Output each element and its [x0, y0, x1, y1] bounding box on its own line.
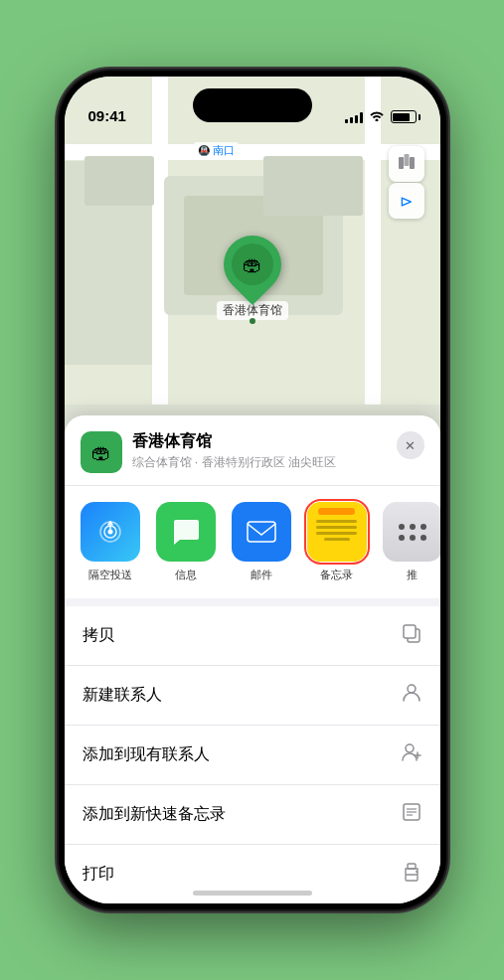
dot [420, 535, 426, 541]
svg-point-22 [416, 871, 418, 873]
mail-icon [232, 502, 291, 562]
print-label: 打印 [83, 864, 114, 885]
action-new-contact[interactable]: 新建联系人 [65, 666, 440, 726]
more-icon [383, 502, 440, 562]
action-add-contact[interactable]: 添加到现有联系人 [65, 726, 440, 785]
message-icon [156, 502, 216, 562]
metro-icon: 🚇 [198, 145, 210, 156]
person-icon [401, 682, 422, 709]
airdrop-icon [81, 502, 140, 562]
svg-rect-0 [399, 157, 404, 169]
phone-screen: 09:41 [65, 77, 440, 903]
svg-rect-9 [248, 522, 275, 542]
svg-point-13 [406, 744, 414, 752]
home-indicator [193, 891, 312, 896]
wifi-icon [369, 109, 385, 124]
svg-point-12 [408, 685, 416, 693]
more-dots-row-2 [399, 535, 426, 541]
share-item-notes[interactable]: 备忘录 [303, 502, 371, 582]
svg-rect-11 [404, 625, 416, 638]
svg-rect-21 [408, 864, 416, 869]
bottom-sheet: 🏟 香港体育馆 综合体育馆 · 香港特别行政区 油尖旺区 ✕ [65, 415, 440, 903]
venue-header: 🏟 香港体育馆 综合体育馆 · 香港特别行政区 油尖旺区 ✕ [65, 415, 440, 486]
map-type-button[interactable] [389, 146, 424, 182]
dot [410, 524, 416, 530]
notes-line-1 [316, 520, 358, 523]
notes-icon [307, 502, 367, 562]
venue-name: 香港体育馆 [132, 431, 387, 452]
svg-rect-20 [406, 875, 418, 881]
dynamic-island [193, 88, 312, 122]
copy-icon [401, 622, 422, 649]
venue-subtitle: 综合体育馆 · 香港特别行政区 油尖旺区 [132, 454, 387, 471]
new-contact-label: 新建联系人 [83, 685, 162, 706]
phone-frame: 09:41 [59, 71, 446, 909]
notes-line-3 [316, 532, 358, 535]
action-quick-note[interactable]: 添加到新快速备忘录 [65, 785, 440, 845]
dot [399, 524, 405, 530]
location-pin: 🏟 香港体育馆 [217, 236, 288, 320]
map-controls: ⊳ [389, 146, 424, 219]
share-item-airdrop[interactable]: 隔空投送 [77, 502, 144, 582]
dot [420, 524, 426, 530]
message-label: 信息 [175, 568, 197, 582]
notes-inner [307, 502, 367, 562]
share-row: 隔空投送 信息 [65, 486, 440, 606]
more-dots-row-1 [399, 524, 426, 530]
svg-rect-2 [410, 157, 415, 169]
pin-circle: 🏟 [211, 224, 292, 305]
copy-label: 拷贝 [83, 625, 114, 646]
dot [410, 535, 416, 541]
venue-icon: 🏟 [81, 431, 122, 473]
notes-line-2 [316, 526, 358, 529]
notes-line-4 [324, 538, 350, 541]
pin-shadow [250, 318, 255, 324]
note-icon [401, 801, 422, 828]
notes-label: 备忘录 [320, 568, 353, 582]
venue-stadium-icon: 🏟 [91, 441, 111, 464]
signal-icon [345, 111, 363, 123]
share-item-message[interactable]: 信息 [152, 502, 220, 582]
add-contact-label: 添加到现有联系人 [83, 744, 210, 765]
svg-rect-1 [404, 154, 409, 166]
more-label: 推 [407, 568, 418, 582]
share-item-mail[interactable]: 邮件 [228, 502, 295, 582]
dot [399, 535, 405, 541]
status-icons [345, 109, 417, 124]
notes-top-bar [318, 508, 354, 515]
quick-note-label: 添加到新快速备忘录 [83, 804, 226, 825]
location-button[interactable]: ⊳ [389, 183, 424, 219]
status-time: 09:41 [88, 107, 126, 124]
close-icon: ✕ [405, 438, 416, 453]
action-list: 拷贝 新建联系人 添加到现有联系人 [65, 606, 440, 903]
person-add-icon [401, 741, 422, 768]
pin-inner: 🏟 [232, 244, 273, 285]
map-station-label: 🚇 南口 [194, 142, 239, 159]
battery-icon [391, 110, 417, 123]
location-arrow-icon: ⊳ [400, 192, 413, 211]
close-button[interactable]: ✕ [397, 431, 424, 459]
venue-info: 香港体育馆 综合体育馆 · 香港特别行政区 油尖旺区 [132, 431, 387, 471]
airdrop-label: 隔空投送 [88, 568, 132, 582]
more-dots-group [399, 524, 426, 541]
mail-label: 邮件 [251, 568, 272, 582]
map-type-icon [397, 152, 417, 177]
stadium-icon: 🏟 [243, 253, 262, 276]
action-copy[interactable]: 拷贝 [65, 606, 440, 666]
print-icon [401, 861, 422, 888]
share-item-more[interactable]: 推 [379, 502, 440, 582]
